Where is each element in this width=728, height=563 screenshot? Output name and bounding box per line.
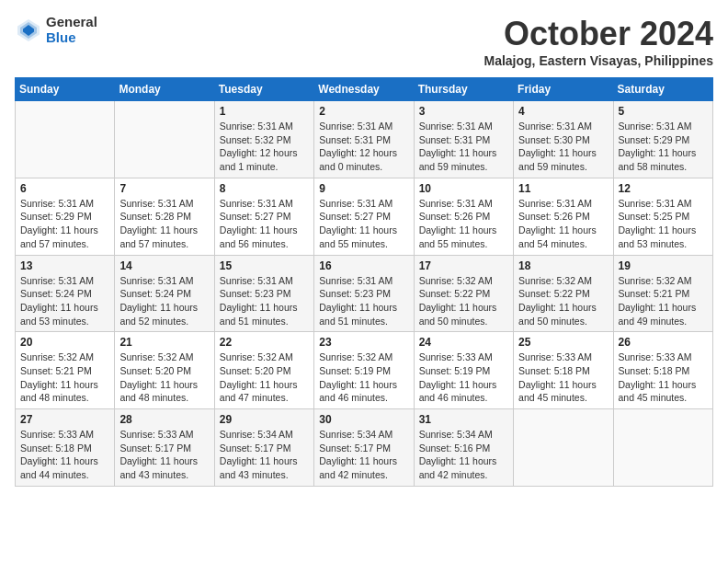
calendar-week-row: 1Sunrise: 5:31 AM Sunset: 5:32 PM Daylig… bbox=[16, 101, 713, 178]
day-info: Sunrise: 5:32 AM Sunset: 5:21 PM Dayligh… bbox=[20, 350, 109, 405]
logo: General Blue bbox=[15, 15, 97, 45]
day-number: 9 bbox=[319, 182, 408, 195]
table-row: 15Sunrise: 5:31 AM Sunset: 5:23 PM Dayli… bbox=[214, 255, 313, 332]
day-info: Sunrise: 5:34 AM Sunset: 5:17 PM Dayligh… bbox=[220, 428, 309, 482]
table-row: 28Sunrise: 5:33 AM Sunset: 5:17 PM Dayli… bbox=[115, 409, 214, 487]
day-number: 22 bbox=[220, 336, 309, 349]
logo-text: General Blue bbox=[46, 15, 97, 45]
col-thursday: Thursday bbox=[414, 78, 513, 101]
day-number: 8 bbox=[220, 182, 309, 195]
day-number: 18 bbox=[518, 259, 608, 272]
table-row: 29Sunrise: 5:34 AM Sunset: 5:17 PM Dayli… bbox=[214, 409, 313, 487]
day-info: Sunrise: 5:31 AM Sunset: 5:32 PM Dayligh… bbox=[220, 120, 309, 174]
day-number: 16 bbox=[319, 259, 408, 272]
logo-blue-text: Blue bbox=[46, 30, 97, 46]
day-number: 6 bbox=[20, 182, 109, 195]
day-info: Sunrise: 5:33 AM Sunset: 5:18 PM Dayligh… bbox=[20, 428, 109, 482]
table-row: 24Sunrise: 5:33 AM Sunset: 5:19 PM Dayli… bbox=[414, 332, 513, 409]
day-number: 1 bbox=[220, 105, 309, 118]
col-sunday: Sunday bbox=[16, 78, 115, 101]
table-row: 2Sunrise: 5:31 AM Sunset: 5:31 PM Daylig… bbox=[314, 101, 414, 178]
table-row: 10Sunrise: 5:31 AM Sunset: 5:26 PM Dayli… bbox=[414, 178, 513, 255]
table-row: 30Sunrise: 5:34 AM Sunset: 5:17 PM Dayli… bbox=[314, 409, 414, 487]
table-row: 21Sunrise: 5:32 AM Sunset: 5:20 PM Dayli… bbox=[115, 332, 214, 409]
col-wednesday: Wednesday bbox=[314, 78, 414, 101]
table-row bbox=[115, 101, 214, 178]
table-row: 3Sunrise: 5:31 AM Sunset: 5:31 PM Daylig… bbox=[414, 101, 513, 178]
day-number: 23 bbox=[319, 336, 408, 349]
day-info: Sunrise: 5:34 AM Sunset: 5:17 PM Dayligh… bbox=[319, 428, 408, 482]
day-info: Sunrise: 5:34 AM Sunset: 5:16 PM Dayligh… bbox=[419, 428, 508, 482]
table-row: 19Sunrise: 5:32 AM Sunset: 5:21 PM Dayli… bbox=[613, 255, 712, 332]
table-row: 9Sunrise: 5:31 AM Sunset: 5:27 PM Daylig… bbox=[314, 178, 414, 255]
day-number: 28 bbox=[119, 413, 209, 426]
day-number: 7 bbox=[119, 182, 209, 195]
day-info: Sunrise: 5:33 AM Sunset: 5:18 PM Dayligh… bbox=[619, 350, 708, 405]
table-row: 26Sunrise: 5:33 AM Sunset: 5:18 PM Dayli… bbox=[613, 332, 712, 409]
day-info: Sunrise: 5:31 AM Sunset: 5:25 PM Dayligh… bbox=[619, 197, 708, 251]
day-info: Sunrise: 5:31 AM Sunset: 5:23 PM Dayligh… bbox=[220, 274, 309, 328]
day-number: 24 bbox=[419, 336, 508, 349]
day-number: 20 bbox=[20, 336, 109, 349]
day-info: Sunrise: 5:31 AM Sunset: 5:24 PM Dayligh… bbox=[119, 274, 209, 328]
day-info: Sunrise: 5:31 AM Sunset: 5:29 PM Dayligh… bbox=[619, 120, 708, 174]
day-info: Sunrise: 5:31 AM Sunset: 5:27 PM Dayligh… bbox=[220, 197, 309, 251]
day-info: Sunrise: 5:31 AM Sunset: 5:24 PM Dayligh… bbox=[20, 274, 109, 328]
day-number: 19 bbox=[619, 259, 708, 272]
table-row: 7Sunrise: 5:31 AM Sunset: 5:28 PM Daylig… bbox=[115, 178, 214, 255]
day-number: 15 bbox=[220, 259, 309, 272]
day-number: 12 bbox=[619, 182, 708, 195]
table-row: 17Sunrise: 5:32 AM Sunset: 5:22 PM Dayli… bbox=[414, 255, 513, 332]
day-info: Sunrise: 5:33 AM Sunset: 5:18 PM Dayligh… bbox=[518, 350, 608, 405]
day-info: Sunrise: 5:31 AM Sunset: 5:29 PM Dayligh… bbox=[20, 197, 109, 251]
day-info: Sunrise: 5:32 AM Sunset: 5:20 PM Dayligh… bbox=[220, 350, 309, 405]
day-number: 3 bbox=[419, 105, 508, 118]
table-row: 20Sunrise: 5:32 AM Sunset: 5:21 PM Dayli… bbox=[16, 332, 115, 409]
day-number: 2 bbox=[319, 105, 408, 118]
day-number: 26 bbox=[619, 336, 708, 349]
table-row: 5Sunrise: 5:31 AM Sunset: 5:29 PM Daylig… bbox=[613, 101, 712, 178]
day-number: 14 bbox=[119, 259, 209, 272]
table-row: 22Sunrise: 5:32 AM Sunset: 5:20 PM Dayli… bbox=[214, 332, 313, 409]
col-monday: Monday bbox=[115, 78, 214, 101]
day-info: Sunrise: 5:32 AM Sunset: 5:20 PM Dayligh… bbox=[119, 350, 209, 405]
table-row: 16Sunrise: 5:31 AM Sunset: 5:23 PM Dayli… bbox=[314, 255, 414, 332]
calendar-week-row: 6Sunrise: 5:31 AM Sunset: 5:29 PM Daylig… bbox=[16, 178, 713, 255]
day-info: Sunrise: 5:31 AM Sunset: 5:23 PM Dayligh… bbox=[319, 274, 408, 328]
day-info: Sunrise: 5:31 AM Sunset: 5:27 PM Dayligh… bbox=[319, 197, 408, 251]
table-row: 1Sunrise: 5:31 AM Sunset: 5:32 PM Daylig… bbox=[214, 101, 313, 178]
table-row: 4Sunrise: 5:31 AM Sunset: 5:30 PM Daylig… bbox=[514, 101, 613, 178]
calendar-week-row: 13Sunrise: 5:31 AM Sunset: 5:24 PM Dayli… bbox=[16, 255, 713, 332]
logo-icon bbox=[15, 17, 42, 44]
day-info: Sunrise: 5:31 AM Sunset: 5:31 PM Dayligh… bbox=[319, 120, 408, 174]
day-info: Sunrise: 5:32 AM Sunset: 5:21 PM Dayligh… bbox=[619, 274, 708, 328]
calendar-week-row: 27Sunrise: 5:33 AM Sunset: 5:18 PM Dayli… bbox=[16, 409, 713, 487]
day-info: Sunrise: 5:31 AM Sunset: 5:26 PM Dayligh… bbox=[419, 197, 508, 251]
table-row: 27Sunrise: 5:33 AM Sunset: 5:18 PM Dayli… bbox=[16, 409, 115, 487]
day-info: Sunrise: 5:33 AM Sunset: 5:19 PM Dayligh… bbox=[419, 350, 508, 405]
day-number: 29 bbox=[220, 413, 309, 426]
table-row: 23Sunrise: 5:32 AM Sunset: 5:19 PM Dayli… bbox=[314, 332, 414, 409]
table-row bbox=[514, 409, 613, 487]
calendar-week-row: 20Sunrise: 5:32 AM Sunset: 5:21 PM Dayli… bbox=[16, 332, 713, 409]
title-area: October 2024 Malajog, Eastern Visayas, P… bbox=[483, 15, 713, 68]
table-row: 11Sunrise: 5:31 AM Sunset: 5:26 PM Dayli… bbox=[514, 178, 613, 255]
day-number: 13 bbox=[20, 259, 109, 272]
day-number: 17 bbox=[419, 259, 508, 272]
table-row bbox=[16, 101, 115, 178]
day-number: 30 bbox=[319, 413, 408, 426]
day-info: Sunrise: 5:31 AM Sunset: 5:31 PM Dayligh… bbox=[419, 120, 508, 174]
col-friday: Friday bbox=[514, 78, 613, 101]
table-row: 12Sunrise: 5:31 AM Sunset: 5:25 PM Dayli… bbox=[613, 178, 712, 255]
table-row: 13Sunrise: 5:31 AM Sunset: 5:24 PM Dayli… bbox=[16, 255, 115, 332]
day-number: 27 bbox=[20, 413, 109, 426]
calendar-header-row: Sunday Monday Tuesday Wednesday Thursday… bbox=[16, 78, 713, 101]
day-info: Sunrise: 5:33 AM Sunset: 5:17 PM Dayligh… bbox=[119, 428, 209, 482]
table-row: 6Sunrise: 5:31 AM Sunset: 5:29 PM Daylig… bbox=[16, 178, 115, 255]
day-number: 31 bbox=[419, 413, 508, 426]
day-number: 5 bbox=[619, 105, 708, 118]
day-number: 21 bbox=[119, 336, 209, 349]
table-row: 8Sunrise: 5:31 AM Sunset: 5:27 PM Daylig… bbox=[214, 178, 313, 255]
logo-general-text: General bbox=[46, 15, 97, 30]
location-subtitle: Malajog, Eastern Visayas, Philippines bbox=[483, 53, 713, 68]
